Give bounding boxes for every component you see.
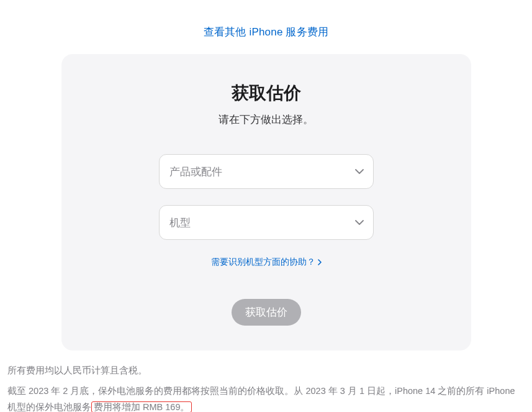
- notice-highlight: 费用将增加 RMB 169。: [91, 401, 192, 412]
- model-select[interactable]: 机型: [159, 205, 374, 240]
- card-subtitle: 请在下方做出选择。: [86, 112, 446, 127]
- help-link-label: 需要识别机型方面的协助？: [211, 257, 315, 268]
- footnote-price-notice: 截至 2023 年 2 月底，保外电池服务的费用都将按照当前的价格收取。从 20…: [7, 383, 525, 412]
- notice-prefix: 截至 2023 年 2 月底，保外电池服务的费用都将按照当前的价格收取。从 20…: [7, 386, 515, 411]
- chevron-right-icon: [318, 259, 322, 265]
- identify-model-help-link[interactable]: 需要识别机型方面的协助？: [211, 257, 322, 268]
- model-select-placeholder: 机型: [169, 216, 191, 230]
- view-other-services-link[interactable]: 查看其他 iPhone 服务费用: [204, 26, 329, 38]
- product-select[interactable]: 产品或配件: [159, 154, 374, 189]
- estimate-card: 获取估价 请在下方做出选择。 产品或配件 机型 需要识别机型方面的协助？: [61, 54, 471, 350]
- footnotes: 所有费用均以人民币计算且含税。 截至 2023 年 2 月底，保外电池服务的费用…: [7, 363, 525, 412]
- product-select-placeholder: 产品或配件: [169, 165, 222, 179]
- get-estimate-button[interactable]: 获取估价: [232, 299, 301, 326]
- footnote-currency: 所有费用均以人民币计算且含税。: [7, 363, 525, 378]
- card-title: 获取估价: [86, 81, 446, 105]
